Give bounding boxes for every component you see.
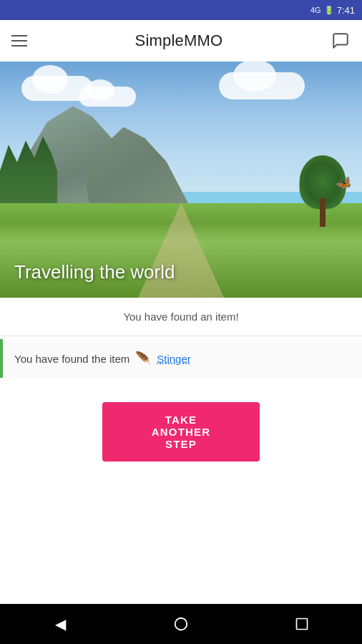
found-item-summary: You have found an item! (0, 298, 362, 336)
hamburger-line-1 (11, 35, 27, 36)
item-icon: 🪶 (135, 351, 151, 366)
bottom-nav-bar: ◀ (0, 604, 362, 644)
app-bar: SimpleMMO (0, 20, 362, 62)
cloud-3 (219, 72, 305, 99)
battery-icon: 🔋 (324, 6, 334, 15)
status-icons: 4G 🔋 7:41 (310, 5, 355, 16)
tree-trunk (320, 198, 326, 227)
svg-rect-1 (296, 619, 307, 630)
action-area: TAKE ANOTHER STEP (0, 381, 362, 483)
home-button[interactable] (167, 610, 195, 638)
recent-apps-button[interactable] (288, 610, 316, 638)
signal-icon: 4G (310, 6, 321, 14)
take-step-button[interactable]: TAKE ANOTHER STEP (102, 402, 260, 462)
scene-title: Travelling the world (14, 261, 175, 283)
hamburger-line-3 (11, 45, 27, 47)
landscape: 🦋 Travelling the world (0, 62, 362, 298)
hamburger-line-2 (11, 40, 27, 42)
status-bar: 4G 🔋 7:41 (0, 0, 362, 20)
path (138, 203, 224, 298)
time-display: 7:41 (337, 5, 355, 16)
svg-point-0 (175, 618, 187, 630)
hero-image: 🦋 Travelling the world (0, 62, 362, 298)
cloud-2 (79, 87, 136, 107)
app-title: SimpleMMO (135, 31, 223, 50)
back-button[interactable]: ◀ (46, 610, 74, 638)
menu-button[interactable] (11, 35, 27, 47)
item-name-link[interactable]: Stinger (157, 353, 191, 365)
item-notification-prefix: You have found the item (14, 353, 129, 365)
item-notification: You have found the item 🪶 Stinger (0, 339, 362, 378)
content-area: You have found an item! You have found t… (0, 298, 362, 483)
chat-button[interactable] (331, 31, 351, 51)
